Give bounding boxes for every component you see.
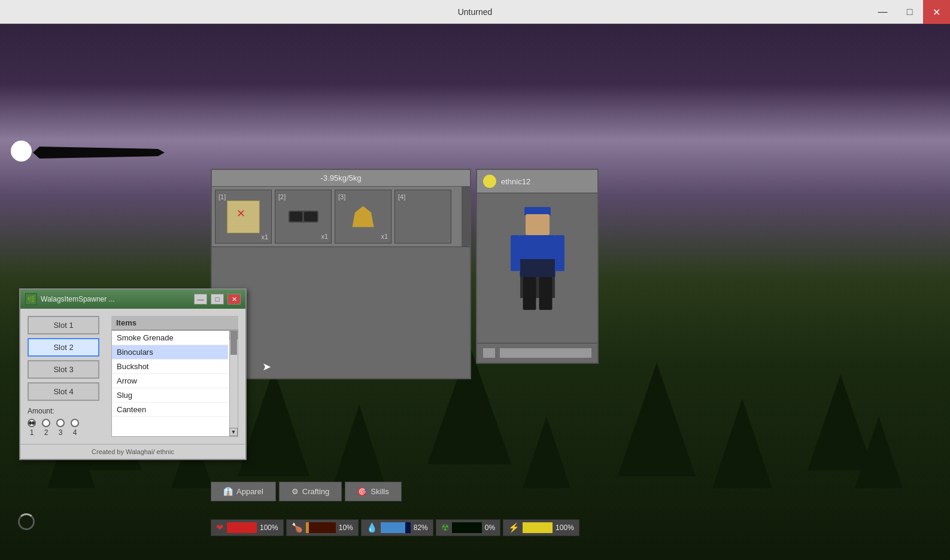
amount-label: Amount: [28, 407, 105, 415]
slot-4-label: [4] [398, 193, 405, 200]
inventory-panel: -3.95kg/5kg [1] x1 [2] x1 [211, 169, 471, 379]
inventory-slot-2[interactable]: [2] x1 [275, 190, 332, 244]
character-panel: ethnic12 [476, 169, 599, 364]
loading-spinner [18, 513, 35, 530]
title-bar: Unturned — □ ✕ [0, 0, 950, 24]
radiation-value: 0% [485, 524, 495, 532]
status-food: 🍗 10% [286, 519, 359, 536]
tab-apparel[interactable]: 👔 Apparel [211, 482, 276, 501]
char-body [477, 193, 597, 343]
close-button[interactable]: ✕ [923, 0, 950, 24]
list-item-canteen[interactable]: Canteen [112, 403, 228, 417]
stamina-bar-fill [523, 522, 553, 533]
char-name: ethnic12 [501, 177, 530, 186]
water-bar-fill [381, 522, 405, 533]
water-value: 82% [414, 524, 428, 532]
slot-1-label: [1] [218, 193, 226, 200]
inventory-scrollbar[interactable] [462, 187, 470, 246]
crafting-icon: ⚙ [292, 487, 299, 496]
item-hat [350, 206, 377, 227]
spawner-restore-button[interactable]: □ [211, 294, 224, 305]
slot-1-count: x1 [261, 233, 268, 241]
spawner-slot-4-button[interactable]: Slot 4 [28, 382, 99, 401]
food-bar-fill [306, 522, 309, 533]
radio-4-label: 4 [73, 428, 77, 437]
radio-1-button[interactable] [28, 419, 36, 427]
scroll-down-button[interactable]: ▼ [229, 428, 238, 436]
food-icon: 🍗 [292, 522, 303, 533]
list-scrollbar[interactable]: ▲ ▼ [229, 331, 238, 436]
spawner-items-panel: Items Smoke Grenade Binoculars Buckshot … [111, 316, 238, 437]
restore-button[interactable]: □ [896, 0, 923, 24]
slot-2-label: [2] [278, 193, 286, 200]
inventory-slot-4[interactable]: [4] [394, 190, 451, 244]
skills-label: Skills [371, 487, 389, 496]
char-arms [511, 235, 564, 274]
health-icon: ❤ [216, 522, 224, 533]
char-arm-left [511, 235, 520, 271]
list-item-slug[interactable]: Slug [112, 388, 228, 403]
radiation-bar-bg [452, 522, 482, 533]
health-bar-fill [500, 348, 591, 358]
apparel-label: Apparel [236, 487, 263, 496]
slot-3-item [350, 200, 377, 233]
spawner-app-icon: 🌿 [25, 293, 37, 305]
status-water: 💧 82% [361, 519, 433, 536]
health-bar-fill [227, 522, 257, 533]
list-item-binoculars[interactable]: Binoculars [112, 345, 228, 360]
radio-3-label: 3 [59, 428, 63, 437]
inventory-slot-1[interactable]: [1] x1 [215, 190, 272, 244]
spawner-body: Slot 1 Slot 2 Slot 3 Slot 4 Amount: 1 2 [20, 309, 245, 444]
slot-1-item [227, 200, 260, 233]
radio-3-button[interactable] [56, 419, 65, 427]
item-map [227, 200, 260, 233]
skills-icon: 🎯 [357, 487, 367, 496]
health-bar-bg [227, 522, 257, 533]
stamina-value: 100% [556, 524, 574, 532]
water-bar-bg [381, 522, 411, 533]
char-leg-right [539, 277, 552, 310]
list-item-smoke-grenade[interactable]: Smoke Grenade [112, 331, 228, 345]
scrollbar-thumb[interactable] [230, 331, 237, 355]
spawner-list-items: Smoke Grenade Binoculars Buckshot Arrow … [112, 331, 238, 417]
char-header: ethnic12 [477, 170, 597, 193]
spawner-footer: Created by Walaghai/ ethnic [20, 444, 245, 459]
spawner-close-button[interactable]: ✕ [227, 294, 241, 305]
radio-2-button[interactable] [42, 419, 50, 427]
slot-2-count: x1 [321, 233, 328, 240]
radio-2-label: 2 [44, 428, 48, 437]
status-stamina: ⚡ 100% [503, 519, 579, 536]
char-head [526, 214, 550, 235]
slot-3-count: x1 [381, 233, 388, 240]
crafting-label: Crafting [302, 487, 330, 496]
status-radiation: ☢ 0% [436, 519, 500, 536]
list-item-buckshot[interactable]: Buckshot [112, 360, 228, 374]
char-legs [523, 277, 552, 310]
status-bars: ❤ 100% 🍗 10% 💧 82% ☢ 0% ⚡ 100% [211, 519, 579, 536]
tab-skills[interactable]: 🎯 Skills [345, 482, 401, 501]
status-health: ❤ 100% [211, 519, 284, 536]
spawner-slot-2-button[interactable]: Slot 2 [28, 338, 99, 357]
spawner-window: 🌿 WalagsItemSpawner ... — □ ✕ Slot 1 Slo… [19, 288, 247, 460]
minimize-button[interactable]: — [869, 0, 896, 24]
inventory-main-area [212, 246, 470, 378]
char-health-bar [477, 343, 597, 363]
window-title: Unturned [458, 7, 493, 17]
health-value: 100% [260, 524, 278, 532]
stamina-icon: ⚡ [508, 522, 520, 533]
inventory-slot-3[interactable]: [3] x1 [335, 190, 391, 244]
spawner-item-list[interactable]: Smoke Grenade Binoculars Buckshot Arrow … [111, 330, 238, 437]
char-leg-left [523, 277, 536, 310]
spawner-slot-1-button[interactable]: Slot 1 [28, 316, 99, 334]
radio-1-label: 1 [30, 428, 34, 437]
inventory-slots: [1] x1 [2] x1 [3] [212, 187, 454, 246]
spawner-minimize-button[interactable]: — [194, 294, 207, 305]
spawner-slot-3-button[interactable]: Slot 3 [28, 360, 99, 379]
stamina-bar-bg [523, 522, 553, 533]
health-box [483, 348, 495, 358]
radio-4-button[interactable] [71, 419, 79, 427]
list-item-arrow[interactable]: Arrow [112, 374, 228, 388]
item-binoculars [289, 211, 318, 223]
tab-crafting[interactable]: ⚙ Crafting [279, 482, 342, 501]
inventory-weight: -3.95kg/5kg [212, 170, 470, 187]
